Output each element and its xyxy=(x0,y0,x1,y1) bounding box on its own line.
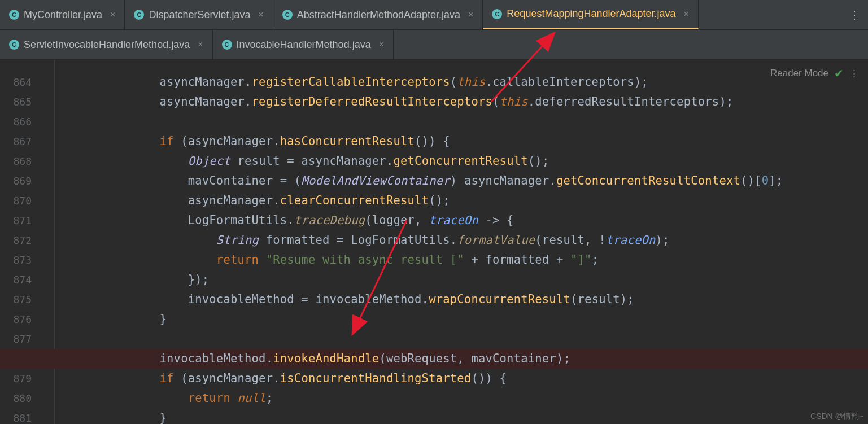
tab-label: InvocableHandlerMethod.java xyxy=(237,39,371,51)
tab-label: ServletInvocableHandlerMethod.java xyxy=(24,39,190,51)
code-line-875[interactable]: invocableMethod = invocableMethod.wrapCo… xyxy=(75,290,868,309)
tab-bar: CMyController.java×CDispatcherServlet.ja… xyxy=(0,0,868,60)
line-number[interactable]: 879 xyxy=(0,369,54,388)
code-line-864[interactable]: asyncManager.registerCallableInterceptor… xyxy=(75,72,868,92)
code-line-873[interactable]: return "Resume with async result [" + fo… xyxy=(75,250,868,270)
reader-mode-indicator[interactable]: Reader Mode ✔ ⋮ xyxy=(770,67,859,80)
code-line-870[interactable]: asyncManager.clearConcurrentResult(); xyxy=(75,191,868,211)
tab-label: DispatcherServlet.java xyxy=(149,9,250,21)
line-number[interactable]: 872 xyxy=(0,230,54,250)
line-number[interactable]: 870 xyxy=(0,191,54,211)
close-icon[interactable]: × xyxy=(259,10,264,20)
code-line-868[interactable]: Object result = asyncManager.getConcurre… xyxy=(75,151,868,171)
tab-abstracthandlermethodadapter-java[interactable]: CAbstractHandlerMethodAdapter.java× xyxy=(273,0,483,29)
line-number[interactable]: 874 xyxy=(0,270,54,290)
code-line-866[interactable] xyxy=(75,112,868,132)
tab-label: RequestMappingHandlerAdapter.java xyxy=(507,8,675,20)
tab-invocablehandlermethod-java[interactable]: CInvocableHandlerMethod.java× xyxy=(213,30,394,59)
line-number[interactable]: 876 xyxy=(0,309,54,329)
reader-mode-label: Reader Mode xyxy=(770,68,828,79)
close-icon[interactable]: × xyxy=(198,40,203,50)
code-line-872[interactable]: String formatted = LogFormatUtils.format… xyxy=(75,230,868,250)
fold-bar xyxy=(54,60,64,424)
java-class-icon: C xyxy=(492,9,502,19)
tab-label: AbstractHandlerMethodAdapter.java xyxy=(297,9,460,21)
java-class-icon: C xyxy=(134,10,144,20)
line-number[interactable]: 877 xyxy=(0,329,54,349)
line-number[interactable]: 881 xyxy=(0,408,54,424)
close-icon[interactable]: × xyxy=(684,9,689,19)
tab-dispatcherservlet-java[interactable]: CDispatcherServlet.java× xyxy=(125,0,273,29)
java-class-icon: C xyxy=(222,40,232,50)
code-line-874[interactable]: }); xyxy=(75,270,868,290)
tab-servletinvocablehandlermethod-java[interactable]: CServletInvocableHandlerMethod.java× xyxy=(0,30,213,59)
tab-mycontroller-java[interactable]: CMyController.java× xyxy=(0,0,125,29)
line-number[interactable]: 866 xyxy=(0,112,54,132)
code-line-876[interactable]: } xyxy=(75,309,868,329)
code-line-869[interactable]: mavContainer = (ModelAndViewContainer) a… xyxy=(75,171,868,191)
checkmark-icon: ✔ xyxy=(834,67,844,80)
line-number[interactable]: 868 xyxy=(0,151,54,171)
code-line-880[interactable]: return null; xyxy=(75,388,868,408)
editor[interactable]: 8648658668678688698708718728738748758768… xyxy=(0,60,868,424)
code-line-865[interactable]: asyncManager.registerDeferredResultInter… xyxy=(75,92,868,112)
watermark: CSDN @情韵~ xyxy=(810,412,863,422)
line-number[interactable]: 869 xyxy=(0,171,54,191)
close-icon[interactable]: × xyxy=(468,10,473,20)
tab-label: MyController.java xyxy=(24,9,102,21)
line-number[interactable]: 871 xyxy=(0,211,54,230)
code-area[interactable]: asyncManager.registerCallableInterceptor… xyxy=(64,60,868,424)
code-line-881[interactable]: } xyxy=(75,408,868,424)
code-line-877[interactable] xyxy=(75,329,868,349)
code-line-879[interactable]: if (asyncManager.isConcurrentHandlingSta… xyxy=(75,369,868,388)
kebab-icon[interactable]: ⋮ xyxy=(849,68,859,80)
line-number[interactable]: 873 xyxy=(0,250,54,270)
more-tabs-menu[interactable]: ⋮ xyxy=(849,0,860,29)
line-number[interactable]: 867 xyxy=(0,132,54,151)
line-number[interactable]: 865 xyxy=(0,92,54,112)
code-line-878[interactable]: invocableMethod.invokeAndHandle(webReque… xyxy=(0,349,868,369)
java-class-icon: C xyxy=(9,40,19,50)
tab-requestmappinghandleradapter-java[interactable]: CRequestMappingHandlerAdapter.java× xyxy=(483,0,699,29)
line-number[interactable]: 864 xyxy=(0,72,54,92)
close-icon[interactable]: × xyxy=(379,40,384,50)
line-number[interactable]: 875 xyxy=(0,290,54,309)
java-class-icon: C xyxy=(9,10,19,20)
line-number-gutter: 8648658668678688698708718728738748758768… xyxy=(0,60,54,424)
line-number[interactable]: 880 xyxy=(0,388,54,408)
code-line-871[interactable]: LogFormatUtils.traceDebug(logger, traceO… xyxy=(75,211,868,230)
code-line-867[interactable]: if (asyncManager.hasConcurrentResult()) … xyxy=(75,132,868,151)
close-icon[interactable]: × xyxy=(110,10,115,20)
java-class-icon: C xyxy=(282,10,293,20)
